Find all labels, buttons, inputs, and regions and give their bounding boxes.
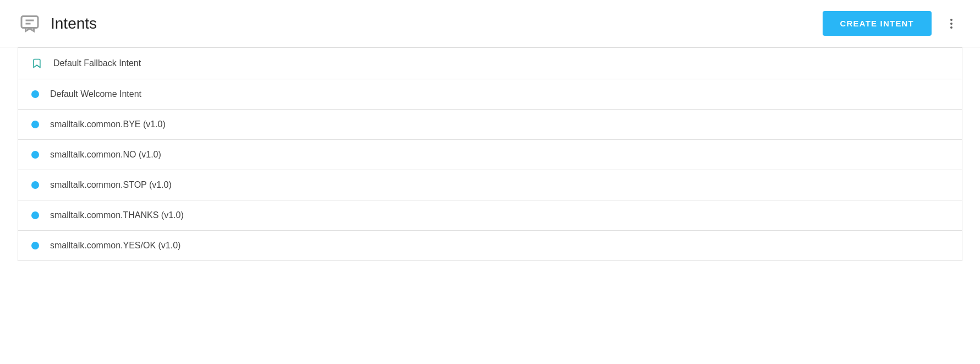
intent-name: smalltalk.common.YES/OK (v1.0) [50,241,180,251]
dot-icon [31,181,39,189]
dot-icon [31,90,39,98]
svg-point-5 [950,26,952,29]
intent-row[interactable]: smalltalk.common.THANKS (v1.0) [18,200,962,231]
intents-chat-icon [18,12,42,36]
intent-name: smalltalk.common.THANKS (v1.0) [50,210,184,220]
dot-icon [31,121,39,128]
intent-name: smalltalk.common.STOP (v1.0) [50,180,172,190]
more-options-button[interactable] [940,13,962,35]
intent-row[interactable]: Default Welcome Intent [18,79,962,110]
intent-row[interactable]: smalltalk.common.STOP (v1.0) [18,170,962,200]
svg-point-3 [950,19,952,21]
intent-row[interactable]: smalltalk.common.BYE (v1.0) [18,110,962,140]
dot-icon [31,242,39,249]
bookmark-icon [31,58,42,69]
intent-name: Default Welcome Intent [50,89,141,99]
page-header: Intents CREATE INTENT [0,0,980,47]
intent-name: smalltalk.common.NO (v1.0) [50,150,161,160]
intent-row[interactable]: smalltalk.common.YES/OK (v1.0) [18,231,962,260]
intent-row[interactable]: smalltalk.common.NO (v1.0) [18,140,962,170]
intent-name: smalltalk.common.BYE (v1.0) [50,119,166,129]
intent-name: Default Fallback Intent [53,58,141,68]
dot-icon [31,151,39,159]
svg-rect-0 [21,16,38,28]
header-left: Intents [18,12,97,36]
svg-point-4 [950,23,952,25]
dot-icon [31,211,39,219]
intent-row[interactable]: Default Fallback Intent [18,48,962,79]
more-vertical-icon [945,17,958,30]
intents-list: Default Fallback Intent Default Welcome … [18,47,962,261]
header-right: CREATE INTENT [823,11,963,36]
page-title: Intents [51,15,97,32]
create-intent-button[interactable]: CREATE INTENT [823,11,932,36]
